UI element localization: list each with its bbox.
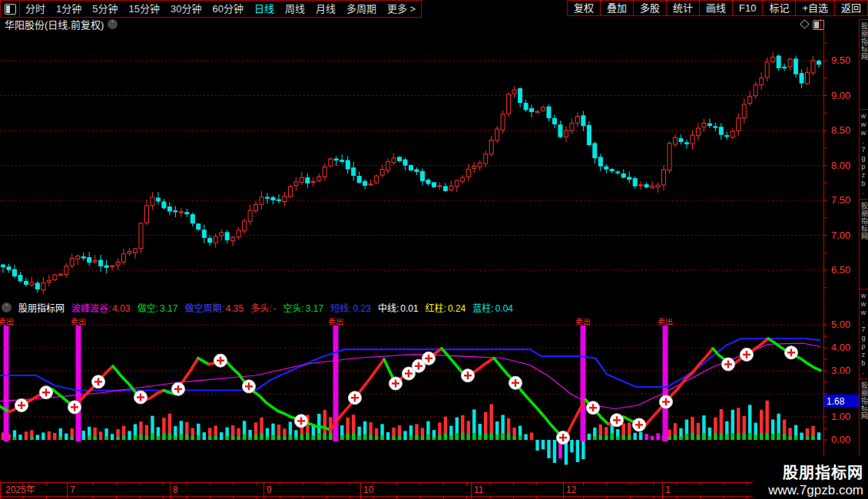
candles-layer: [2, 52, 821, 294]
watermark-url: www.7gpzb.com: [753, 483, 863, 498]
indicator-gridlines: [0, 325, 823, 440]
svg-text:2025年: 2025年: [5, 484, 35, 495]
svg-text:12: 12: [566, 484, 577, 495]
toolbar-button[interactable]: +自选: [795, 0, 835, 16]
indicator-header: ˇ股朋指标网波峰波谷:4.03做空:3.17做空周期:4.35多头:-空头:3.…: [0, 301, 820, 314]
chevron-down-icon[interactable]: ˇ: [2, 302, 12, 312]
indicator-field: 做空周期:4.35: [184, 301, 244, 314]
svg-text:6.50: 6.50: [831, 264, 850, 276]
toolbar-button[interactable]: 标记: [762, 0, 796, 16]
period-tab[interactable]: 周线: [280, 2, 310, 17]
right-banner-segment[interactable]: 股朋指标网: [860, 20, 868, 110]
indicator-field: 蓝柱:0.04: [472, 301, 513, 314]
indicator-field: 做空:3.17: [137, 301, 178, 314]
chevron-down-icon[interactable]: ˇ: [108, 19, 118, 29]
split-window-icon: [5, 4, 16, 15]
indicator-field: 中线:0.01: [378, 301, 419, 314]
svg-text:3.00: 3.00: [831, 365, 850, 376]
svg-text:8.50: 8.50: [831, 124, 850, 136]
svg-text:11: 11: [474, 484, 484, 495]
svg-text:1: 1: [665, 484, 671, 495]
split-window-icon[interactable]: [813, 20, 824, 30]
period-tab[interactable]: 30分钟: [165, 2, 207, 17]
right-banner-segment[interactable]: 股朋指标网: [860, 200, 868, 289]
period-tab[interactable]: 60分钟: [207, 2, 248, 17]
svg-text:5.00: 5.00: [831, 319, 850, 330]
indicator-field: 短线:0.23: [330, 301, 371, 314]
svg-text:卖出: 卖出: [575, 317, 591, 326]
toolbar-button[interactable]: F10: [732, 0, 763, 16]
period-tab[interactable]: 5分钟: [87, 2, 123, 17]
svg-text:7.00: 7.00: [831, 230, 850, 241]
toolbar-button[interactable]: 统计: [666, 0, 700, 16]
indicator-histogram: [2, 401, 820, 465]
indicator-field: 多头:-: [250, 301, 276, 314]
toolbar: 分时1分钟5分钟15分钟30分钟60分钟日线周线月线多周期更多 > 复权叠加多股…: [0, 0, 868, 17]
toolbar-button[interactable]: 叠加: [600, 0, 634, 16]
indicator-field: 红柱:0.24: [426, 301, 466, 314]
svg-text:0.00: 0.00: [831, 434, 850, 445]
svg-text:9: 9: [267, 484, 272, 495]
svg-text:7: 7: [70, 484, 75, 495]
svg-text:1.68: 1.68: [827, 396, 845, 407]
layout-toggle-button[interactable]: [1, 1, 20, 17]
toolbar-button[interactable]: 画线: [699, 0, 733, 16]
period-tab[interactable]: 更多 >: [382, 2, 421, 17]
indicator-field: 空头:3.17: [283, 301, 323, 314]
action-toolbar: 复权叠加多股统计画线F10标记+自选返回: [568, 0, 868, 16]
svg-text:卖出: 卖出: [658, 317, 673, 326]
svg-text:1.00: 1.00: [831, 411, 850, 422]
indicator-site-label: 股朋指标网: [18, 301, 65, 314]
svg-text:4.00: 4.00: [831, 342, 850, 353]
toolbar-button[interactable]: 返回: [834, 0, 868, 16]
svg-text:7.50: 7.50: [831, 194, 850, 206]
watermark-site: 股朋指标网: [753, 461, 863, 483]
svg-text:卖出: 卖出: [71, 317, 86, 326]
svg-text:9.50: 9.50: [831, 55, 850, 66]
period-tab[interactable]: 1分钟: [51, 2, 87, 17]
right-banner[interactable]: 股朋指标网www.7gpzb.com股朋指标网www.7gpzb.com股朋指标…: [859, 19, 868, 457]
app-window: 分时1分钟5分钟15分钟30分钟60分钟日线周线月线多周期更多 > 复权叠加多股…: [0, 0, 868, 499]
svg-text:10: 10: [363, 484, 374, 495]
toolbar-button[interactable]: 复权: [567, 0, 601, 16]
chart-canvas[interactable]: 卖出卖出卖出卖出卖出6.507.007.508.008.509.009.500.…: [0, 0, 868, 499]
chart-title: 华阳股份(日线.前复权): [5, 17, 104, 31]
indicator-field: 波峰波谷:4.03: [71, 301, 131, 314]
svg-text:卖出: 卖出: [328, 317, 343, 326]
period-tab[interactable]: 15分钟: [123, 2, 164, 17]
title-row: 华阳股份(日线.前复权) ˇ: [0, 17, 834, 31]
date-axis: 2025年7891011121: [0, 482, 859, 499]
svg-text:8.00: 8.00: [831, 160, 850, 171]
diamond-icon[interactable]: [800, 19, 810, 29]
period-tab[interactable]: 月线: [310, 2, 341, 17]
period-tab[interactable]: 多周期: [341, 2, 382, 17]
period-tab[interactable]: 分时: [20, 2, 51, 17]
period-toolbar: 分时1分钟5分钟15分钟30分钟60分钟日线周线月线多周期更多 >: [0, 0, 422, 18]
svg-text:9.00: 9.00: [831, 90, 850, 101]
right-banner-segment[interactable]: www.7gpzb.com: [860, 289, 867, 379]
watermark: 股朋指标网 www.7gpzb.com: [753, 456, 868, 499]
toolbar-button[interactable]: 多股: [633, 0, 667, 16]
period-tab[interactable]: 日线: [249, 2, 280, 17]
svg-text:8: 8: [173, 484, 178, 495]
right-banner-segment[interactable]: www.7gpzb.com: [860, 110, 867, 200]
period-tabs: 分时1分钟5分钟15分钟30分钟60分钟日线周线月线多周期更多 >: [20, 2, 421, 17]
price-axis: 6.507.007.508.008.509.009.500.001.003.00…: [823, 19, 859, 496]
svg-text:卖出: 卖出: [0, 317, 14, 326]
